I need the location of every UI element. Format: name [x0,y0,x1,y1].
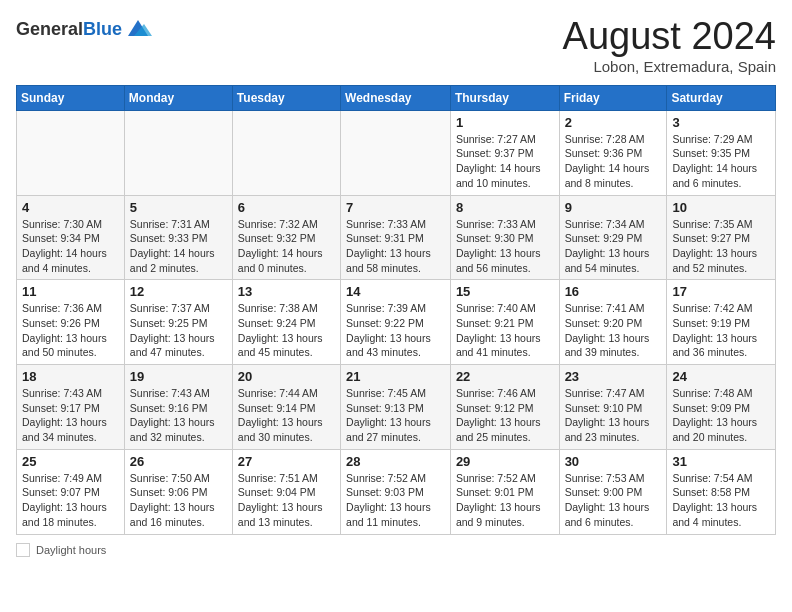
day-info: Sunrise: 7:52 AMSunset: 9:03 PMDaylight:… [346,471,445,530]
day-number: 24 [672,369,770,384]
day-number: 8 [456,200,554,215]
day-number: 12 [130,284,227,299]
day-number: 1 [456,115,554,130]
day-info: Sunrise: 7:45 AMSunset: 9:13 PMDaylight:… [346,386,445,445]
day-info: Sunrise: 7:43 AMSunset: 9:17 PMDaylight:… [22,386,119,445]
footer: Daylight hours [16,543,776,557]
month-title: August 2024 [563,16,776,58]
day-number: 28 [346,454,445,469]
day-number: 23 [565,369,662,384]
weekday-header-wednesday: Wednesday [341,85,451,110]
day-number: 29 [456,454,554,469]
day-info: Sunrise: 7:39 AMSunset: 9:22 PMDaylight:… [346,301,445,360]
day-number: 26 [130,454,227,469]
calendar-cell: 18Sunrise: 7:43 AMSunset: 9:17 PMDayligh… [17,365,125,450]
day-info: Sunrise: 7:49 AMSunset: 9:07 PMDaylight:… [22,471,119,530]
day-number: 31 [672,454,770,469]
calendar-cell: 9Sunrise: 7:34 AMSunset: 9:29 PMDaylight… [559,195,667,280]
day-info: Sunrise: 7:35 AMSunset: 9:27 PMDaylight:… [672,217,770,276]
day-number: 27 [238,454,335,469]
calendar-cell: 12Sunrise: 7:37 AMSunset: 9:25 PMDayligh… [124,280,232,365]
calendar-cell: 27Sunrise: 7:51 AMSunset: 9:04 PMDayligh… [232,449,340,534]
day-number: 14 [346,284,445,299]
calendar-cell [341,110,451,195]
calendar-cell [232,110,340,195]
day-number: 17 [672,284,770,299]
calendar-cell: 8Sunrise: 7:33 AMSunset: 9:30 PMDaylight… [450,195,559,280]
logo: GeneralBlue [16,16,152,44]
day-info: Sunrise: 7:43 AMSunset: 9:16 PMDaylight:… [130,386,227,445]
day-number: 10 [672,200,770,215]
day-info: Sunrise: 7:27 AMSunset: 9:37 PMDaylight:… [456,132,554,191]
logo-general-text: General [16,19,83,39]
calendar-cell: 28Sunrise: 7:52 AMSunset: 9:03 PMDayligh… [341,449,451,534]
day-number: 5 [130,200,227,215]
calendar-cell: 1Sunrise: 7:27 AMSunset: 9:37 PMDaylight… [450,110,559,195]
calendar-cell: 2Sunrise: 7:28 AMSunset: 9:36 PMDaylight… [559,110,667,195]
calendar-cell: 13Sunrise: 7:38 AMSunset: 9:24 PMDayligh… [232,280,340,365]
weekday-header-row: SundayMondayTuesdayWednesdayThursdayFrid… [17,85,776,110]
day-info: Sunrise: 7:46 AMSunset: 9:12 PMDaylight:… [456,386,554,445]
weekday-header-friday: Friday [559,85,667,110]
calendar-week-row: 4Sunrise: 7:30 AMSunset: 9:34 PMDaylight… [17,195,776,280]
day-info: Sunrise: 7:34 AMSunset: 9:29 PMDaylight:… [565,217,662,276]
weekday-header-sunday: Sunday [17,85,125,110]
day-info: Sunrise: 7:37 AMSunset: 9:25 PMDaylight:… [130,301,227,360]
day-info: Sunrise: 7:29 AMSunset: 9:35 PMDaylight:… [672,132,770,191]
day-info: Sunrise: 7:41 AMSunset: 9:20 PMDaylight:… [565,301,662,360]
calendar-week-row: 11Sunrise: 7:36 AMSunset: 9:26 PMDayligh… [17,280,776,365]
day-info: Sunrise: 7:38 AMSunset: 9:24 PMDaylight:… [238,301,335,360]
logo-icon [124,16,152,44]
calendar-cell: 25Sunrise: 7:49 AMSunset: 9:07 PMDayligh… [17,449,125,534]
legend-box [16,543,30,557]
logo-blue-text: Blue [83,19,122,39]
day-info: Sunrise: 7:32 AMSunset: 9:32 PMDaylight:… [238,217,335,276]
calendar-cell: 5Sunrise: 7:31 AMSunset: 9:33 PMDaylight… [124,195,232,280]
day-number: 9 [565,200,662,215]
calendar-cell: 11Sunrise: 7:36 AMSunset: 9:26 PMDayligh… [17,280,125,365]
calendar-cell: 31Sunrise: 7:54 AMSunset: 8:58 PMDayligh… [667,449,776,534]
calendar-cell: 15Sunrise: 7:40 AMSunset: 9:21 PMDayligh… [450,280,559,365]
calendar-cell: 19Sunrise: 7:43 AMSunset: 9:16 PMDayligh… [124,365,232,450]
day-number: 13 [238,284,335,299]
calendar-week-row: 18Sunrise: 7:43 AMSunset: 9:17 PMDayligh… [17,365,776,450]
calendar-cell: 22Sunrise: 7:46 AMSunset: 9:12 PMDayligh… [450,365,559,450]
day-info: Sunrise: 7:28 AMSunset: 9:36 PMDaylight:… [565,132,662,191]
title-block: August 2024 Lobon, Extremadura, Spain [563,16,776,75]
day-info: Sunrise: 7:52 AMSunset: 9:01 PMDaylight:… [456,471,554,530]
day-number: 4 [22,200,119,215]
day-number: 6 [238,200,335,215]
calendar-cell: 7Sunrise: 7:33 AMSunset: 9:31 PMDaylight… [341,195,451,280]
day-number: 7 [346,200,445,215]
day-info: Sunrise: 7:50 AMSunset: 9:06 PMDaylight:… [130,471,227,530]
day-number: 18 [22,369,119,384]
day-number: 16 [565,284,662,299]
calendar-cell [17,110,125,195]
day-info: Sunrise: 7:53 AMSunset: 9:00 PMDaylight:… [565,471,662,530]
calendar-cell: 24Sunrise: 7:48 AMSunset: 9:09 PMDayligh… [667,365,776,450]
day-info: Sunrise: 7:44 AMSunset: 9:14 PMDaylight:… [238,386,335,445]
calendar-cell: 21Sunrise: 7:45 AMSunset: 9:13 PMDayligh… [341,365,451,450]
day-number: 20 [238,369,335,384]
calendar-cell: 30Sunrise: 7:53 AMSunset: 9:00 PMDayligh… [559,449,667,534]
calendar-cell: 14Sunrise: 7:39 AMSunset: 9:22 PMDayligh… [341,280,451,365]
page-header: GeneralBlue August 2024 Lobon, Extremadu… [16,16,776,75]
calendar-cell: 4Sunrise: 7:30 AMSunset: 9:34 PMDaylight… [17,195,125,280]
day-info: Sunrise: 7:33 AMSunset: 9:30 PMDaylight:… [456,217,554,276]
day-number: 21 [346,369,445,384]
calendar-week-row: 25Sunrise: 7:49 AMSunset: 9:07 PMDayligh… [17,449,776,534]
day-info: Sunrise: 7:51 AMSunset: 9:04 PMDaylight:… [238,471,335,530]
day-number: 22 [456,369,554,384]
day-info: Sunrise: 7:54 AMSunset: 8:58 PMDaylight:… [672,471,770,530]
day-info: Sunrise: 7:47 AMSunset: 9:10 PMDaylight:… [565,386,662,445]
weekday-header-saturday: Saturday [667,85,776,110]
day-info: Sunrise: 7:36 AMSunset: 9:26 PMDaylight:… [22,301,119,360]
calendar-cell [124,110,232,195]
day-number: 11 [22,284,119,299]
day-info: Sunrise: 7:48 AMSunset: 9:09 PMDaylight:… [672,386,770,445]
calendar-cell: 16Sunrise: 7:41 AMSunset: 9:20 PMDayligh… [559,280,667,365]
calendar-cell: 6Sunrise: 7:32 AMSunset: 9:32 PMDaylight… [232,195,340,280]
calendar-cell: 3Sunrise: 7:29 AMSunset: 9:35 PMDaylight… [667,110,776,195]
day-number: 30 [565,454,662,469]
calendar-table: SundayMondayTuesdayWednesdayThursdayFrid… [16,85,776,535]
